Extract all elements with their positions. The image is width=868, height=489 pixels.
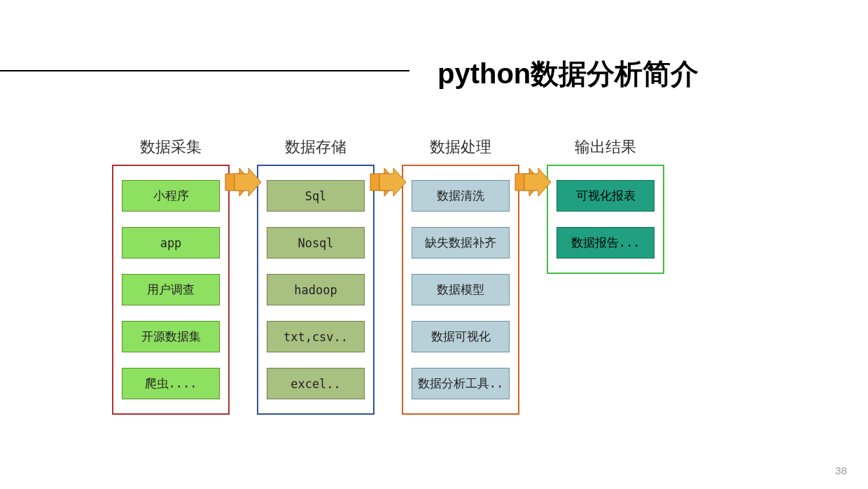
- item-box: 缺失数据补齐: [412, 227, 510, 259]
- item-box: 爬虫....: [122, 368, 220, 399]
- page-number: 38: [835, 464, 847, 476]
- item-box: 用户调查: [122, 274, 220, 305]
- column-box: 数据清洗 缺失数据补齐 数据模型 数据可视化 数据分析工具..: [402, 165, 519, 415]
- column-box: Sql Nosql hadoop txt,csv.. excel..: [257, 165, 374, 415]
- arrow-icon: [224, 168, 262, 196]
- slide-title: python数据分析简介: [438, 55, 699, 93]
- pipeline-diagram: 数据采集 小程序 app 用户调查 开源数据集 爬虫.... 数据存储 Sql …: [112, 137, 664, 415]
- item-box: 数据可视化: [412, 321, 510, 352]
- column-box: 小程序 app 用户调查 开源数据集 爬虫....: [112, 165, 230, 415]
- header-line: [0, 70, 410, 71]
- item-box: hadoop: [267, 274, 365, 305]
- column-output-results: 输出结果 可视化报表 数据报告...: [547, 137, 664, 274]
- item-box: 可视化报表: [556, 180, 654, 212]
- item-box: app: [122, 227, 220, 259]
- arrow-icon: [514, 168, 552, 196]
- column-box: 可视化报表 数据报告...: [547, 165, 664, 274]
- item-box: 数据分析工具..: [412, 368, 510, 399]
- arrow-icon: [369, 168, 407, 196]
- column-data-collection: 数据采集 小程序 app 用户调查 开源数据集 爬虫....: [112, 137, 230, 415]
- item-box: txt,csv..: [267, 321, 365, 352]
- item-box: 开源数据集: [122, 321, 220, 352]
- column-title: 数据采集: [140, 137, 202, 158]
- item-box: 小程序: [122, 180, 220, 212]
- column-title: 输出结果: [575, 137, 636, 158]
- item-box: 数据报告...: [556, 227, 654, 259]
- item-box: 数据清洗: [412, 180, 510, 212]
- item-box: Nosql: [267, 227, 365, 259]
- column-data-processing: 数据处理 数据清洗 缺失数据补齐 数据模型 数据可视化 数据分析工具..: [402, 137, 519, 415]
- column-title: 数据处理: [430, 137, 491, 158]
- column-data-storage: 数据存储 Sql Nosql hadoop txt,csv.. excel..: [257, 137, 374, 415]
- item-box: Sql: [267, 180, 365, 212]
- item-box: excel..: [267, 368, 365, 399]
- item-box: 数据模型: [412, 274, 510, 305]
- column-title: 数据存储: [285, 137, 346, 158]
